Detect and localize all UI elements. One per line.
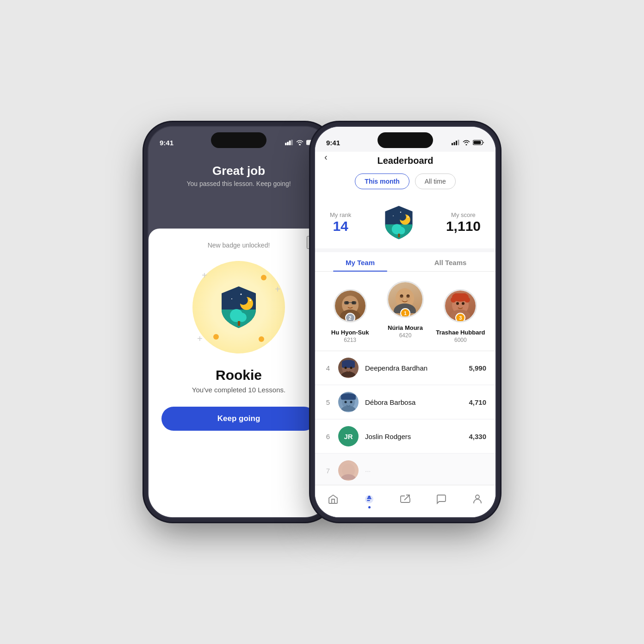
signal-icon bbox=[285, 140, 293, 145]
leaderboard-title: Leaderboard bbox=[377, 155, 433, 166]
filter-all-time[interactable]: All time bbox=[415, 173, 456, 189]
wifi-icon bbox=[296, 140, 303, 145]
nav-messages[interactable] bbox=[436, 494, 447, 505]
tabs-row: My Team All Teams bbox=[315, 252, 495, 272]
battery-icon-right bbox=[473, 140, 484, 145]
svg-rect-15 bbox=[456, 141, 457, 145]
rank-section: My rank 14 bbox=[315, 197, 495, 248]
rank-num-7: 7 bbox=[324, 467, 332, 475]
top3-podium: 2 Hu Hyon-Suk 6213 bbox=[315, 272, 495, 351]
score-deependra: 5,990 bbox=[469, 364, 486, 372]
svg-rect-2 bbox=[289, 141, 291, 145]
bottom-nav bbox=[315, 485, 495, 517]
deco-circle-2 bbox=[213, 334, 219, 340]
right-phone: 9:41 bbox=[315, 127, 495, 517]
deco-plus-2: + bbox=[275, 284, 280, 295]
podium-1st: 1 Núria Moura 6420 bbox=[378, 281, 433, 339]
great-job-title: Great job bbox=[212, 164, 265, 178]
podium-3rd: 3 Trashae Hubbard 6000 bbox=[433, 289, 488, 343]
great-job-subtitle: You passed this lesson. Keep going! bbox=[186, 180, 291, 187]
score-joslin: 4,330 bbox=[469, 433, 486, 440]
svg-rect-19 bbox=[474, 141, 481, 144]
deco-circle-1 bbox=[261, 275, 266, 280]
podium-score-2: 6213 bbox=[344, 337, 356, 343]
left-phone: 9:41 bbox=[149, 127, 329, 517]
badge-glow-container: + + + bbox=[188, 256, 290, 358]
rank-badge-1: 1 bbox=[400, 308, 410, 318]
rookie-badge-icon bbox=[218, 284, 260, 330]
svg-point-7 bbox=[241, 294, 242, 295]
svg-point-62 bbox=[476, 495, 479, 499]
svg-rect-12 bbox=[238, 321, 240, 326]
svg-point-45 bbox=[456, 302, 459, 305]
tab-all-teams[interactable]: All Teams bbox=[405, 252, 495, 271]
badge-name: Rookie bbox=[216, 367, 262, 383]
svg-rect-1 bbox=[287, 142, 289, 145]
messages-icon bbox=[436, 494, 447, 505]
avatar-initials-joslin: JR bbox=[344, 433, 353, 440]
signal-icon-right bbox=[452, 140, 460, 145]
svg-rect-5 bbox=[307, 141, 315, 144]
svg-rect-13 bbox=[452, 143, 453, 145]
rank-shield-icon bbox=[382, 204, 415, 241]
nav-leaderboard[interactable] bbox=[364, 494, 375, 505]
status-icons-right bbox=[452, 140, 484, 145]
avatar-joslin: JR bbox=[338, 426, 359, 446]
leaderboard-icon bbox=[364, 494, 375, 505]
lb-row-6: 6 JR Joslin Rodgers 4,330 bbox=[315, 420, 495, 453]
dynamic-island-right bbox=[378, 132, 433, 148]
name-7: ··· bbox=[365, 467, 486, 475]
status-time-right: 9:41 bbox=[326, 139, 340, 147]
rank-badge-3: 3 bbox=[455, 313, 465, 322]
nav-active-dot bbox=[368, 506, 371, 508]
rank-num-5: 5 bbox=[324, 398, 332, 406]
svg-point-8 bbox=[250, 300, 251, 301]
deco-plus-3: + bbox=[197, 334, 203, 344]
svg-point-44 bbox=[464, 297, 470, 303]
tab-my-team[interactable]: My Team bbox=[315, 252, 405, 271]
svg-point-11 bbox=[237, 313, 247, 322]
svg-rect-0 bbox=[285, 143, 286, 145]
avatar-nuriamoura: 1 bbox=[387, 281, 424, 318]
name-debora: Débora Barbosa bbox=[365, 398, 462, 406]
my-score-value: 1,110 bbox=[446, 218, 481, 234]
podium-name-1: Núria Moura bbox=[388, 324, 423, 331]
face-7-svg bbox=[340, 461, 357, 480]
deco-circle-3 bbox=[259, 336, 264, 342]
my-rank-value: 14 bbox=[330, 218, 351, 234]
lb-row-7: 7 ··· bbox=[315, 454, 495, 485]
avatar-debora bbox=[338, 392, 359, 412]
svg-rect-16 bbox=[458, 140, 459, 145]
svg-rect-50 bbox=[342, 361, 355, 368]
svg-point-39 bbox=[406, 295, 410, 302]
badge-modal: ✕ New badge unlocked! + + + bbox=[149, 229, 329, 517]
leaderboard-list: 4 Deependra Bardhan bbox=[315, 351, 495, 485]
leaderboard-header: ‹ Leaderboard This month All time bbox=[315, 152, 495, 197]
title-row: ‹ Leaderboard bbox=[315, 152, 495, 168]
svg-point-9 bbox=[231, 298, 232, 299]
rank-num-4: 4 bbox=[324, 364, 332, 372]
back-button[interactable]: ‹ bbox=[324, 152, 328, 162]
svg-rect-32 bbox=[352, 301, 356, 304]
nav-home[interactable] bbox=[328, 494, 339, 505]
courses-icon bbox=[400, 494, 411, 505]
filter-this-month[interactable]: This month bbox=[355, 173, 409, 189]
nav-profile[interactable] bbox=[472, 494, 483, 505]
svg-point-46 bbox=[462, 302, 464, 305]
svg-point-17 bbox=[466, 144, 467, 146]
svg-rect-31 bbox=[344, 301, 349, 304]
keep-going-button[interactable]: Keep going bbox=[161, 407, 316, 431]
my-rank-label: My rank bbox=[330, 211, 351, 218]
svg-point-52 bbox=[350, 367, 353, 369]
svg-point-58 bbox=[350, 401, 353, 403]
nav-courses[interactable] bbox=[400, 494, 411, 505]
new-badge-label: New badge unlocked! bbox=[208, 242, 270, 249]
svg-point-22 bbox=[407, 217, 408, 217]
my-score-label: My score bbox=[446, 211, 481, 218]
svg-point-51 bbox=[345, 367, 347, 369]
wifi-icon-right bbox=[463, 140, 470, 145]
podium-name-2: Hu Hyon-Suk bbox=[331, 329, 369, 336]
my-score-info: My score 1,110 bbox=[446, 211, 481, 234]
my-rank-info: My rank 14 bbox=[330, 211, 351, 234]
status-time-left: 9:41 bbox=[160, 139, 173, 147]
